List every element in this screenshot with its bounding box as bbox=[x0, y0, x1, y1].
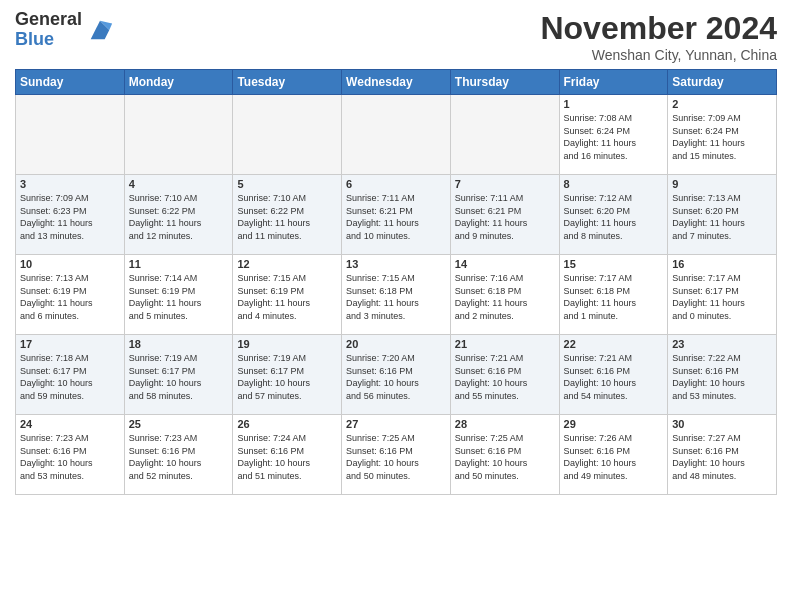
day-number: 29 bbox=[564, 418, 664, 430]
day-number: 9 bbox=[672, 178, 772, 190]
col-header-friday: Friday bbox=[559, 70, 668, 95]
day-cell: 8Sunrise: 7:12 AM Sunset: 6:20 PM Daylig… bbox=[559, 175, 668, 255]
day-cell: 27Sunrise: 7:25 AM Sunset: 6:16 PM Dayli… bbox=[342, 415, 451, 495]
day-cell: 22Sunrise: 7:21 AM Sunset: 6:16 PM Dayli… bbox=[559, 335, 668, 415]
day-cell: 25Sunrise: 7:23 AM Sunset: 6:16 PM Dayli… bbox=[124, 415, 233, 495]
col-header-sunday: Sunday bbox=[16, 70, 125, 95]
day-cell: 19Sunrise: 7:19 AM Sunset: 6:17 PM Dayli… bbox=[233, 335, 342, 415]
day-cell: 23Sunrise: 7:22 AM Sunset: 6:16 PM Dayli… bbox=[668, 335, 777, 415]
day-info: Sunrise: 7:16 AM Sunset: 6:18 PM Dayligh… bbox=[455, 272, 555, 322]
day-info: Sunrise: 7:13 AM Sunset: 6:19 PM Dayligh… bbox=[20, 272, 120, 322]
day-info: Sunrise: 7:18 AM Sunset: 6:17 PM Dayligh… bbox=[20, 352, 120, 402]
day-cell: 10Sunrise: 7:13 AM Sunset: 6:19 PM Dayli… bbox=[16, 255, 125, 335]
page-container: General Blue November 2024 Wenshan City,… bbox=[0, 0, 792, 505]
day-number: 3 bbox=[20, 178, 120, 190]
day-cell: 28Sunrise: 7:25 AM Sunset: 6:16 PM Dayli… bbox=[450, 415, 559, 495]
day-info: Sunrise: 7:23 AM Sunset: 6:16 PM Dayligh… bbox=[129, 432, 229, 482]
day-number: 27 bbox=[346, 418, 446, 430]
day-number: 13 bbox=[346, 258, 446, 270]
day-number: 5 bbox=[237, 178, 337, 190]
day-number: 8 bbox=[564, 178, 664, 190]
header: General Blue November 2024 Wenshan City,… bbox=[15, 10, 777, 63]
day-number: 10 bbox=[20, 258, 120, 270]
day-info: Sunrise: 7:21 AM Sunset: 6:16 PM Dayligh… bbox=[564, 352, 664, 402]
day-info: Sunrise: 7:25 AM Sunset: 6:16 PM Dayligh… bbox=[455, 432, 555, 482]
day-cell: 6Sunrise: 7:11 AM Sunset: 6:21 PM Daylig… bbox=[342, 175, 451, 255]
day-number: 21 bbox=[455, 338, 555, 350]
day-cell bbox=[342, 95, 451, 175]
day-cell bbox=[450, 95, 559, 175]
day-info: Sunrise: 7:08 AM Sunset: 6:24 PM Dayligh… bbox=[564, 112, 664, 162]
day-number: 12 bbox=[237, 258, 337, 270]
day-info: Sunrise: 7:11 AM Sunset: 6:21 PM Dayligh… bbox=[455, 192, 555, 242]
day-cell: 1Sunrise: 7:08 AM Sunset: 6:24 PM Daylig… bbox=[559, 95, 668, 175]
day-number: 28 bbox=[455, 418, 555, 430]
day-cell: 3Sunrise: 7:09 AM Sunset: 6:23 PM Daylig… bbox=[16, 175, 125, 255]
week-row-1: 1Sunrise: 7:08 AM Sunset: 6:24 PM Daylig… bbox=[16, 95, 777, 175]
day-number: 4 bbox=[129, 178, 229, 190]
day-info: Sunrise: 7:12 AM Sunset: 6:20 PM Dayligh… bbox=[564, 192, 664, 242]
day-number: 6 bbox=[346, 178, 446, 190]
day-info: Sunrise: 7:19 AM Sunset: 6:17 PM Dayligh… bbox=[129, 352, 229, 402]
day-info: Sunrise: 7:23 AM Sunset: 6:16 PM Dayligh… bbox=[20, 432, 120, 482]
col-header-thursday: Thursday bbox=[450, 70, 559, 95]
week-row-3: 10Sunrise: 7:13 AM Sunset: 6:19 PM Dayli… bbox=[16, 255, 777, 335]
day-cell: 18Sunrise: 7:19 AM Sunset: 6:17 PM Dayli… bbox=[124, 335, 233, 415]
day-cell: 16Sunrise: 7:17 AM Sunset: 6:17 PM Dayli… bbox=[668, 255, 777, 335]
day-info: Sunrise: 7:09 AM Sunset: 6:23 PM Dayligh… bbox=[20, 192, 120, 242]
day-number: 14 bbox=[455, 258, 555, 270]
day-cell bbox=[16, 95, 125, 175]
day-cell: 7Sunrise: 7:11 AM Sunset: 6:21 PM Daylig… bbox=[450, 175, 559, 255]
day-info: Sunrise: 7:20 AM Sunset: 6:16 PM Dayligh… bbox=[346, 352, 446, 402]
day-number: 23 bbox=[672, 338, 772, 350]
week-row-2: 3Sunrise: 7:09 AM Sunset: 6:23 PM Daylig… bbox=[16, 175, 777, 255]
day-info: Sunrise: 7:10 AM Sunset: 6:22 PM Dayligh… bbox=[237, 192, 337, 242]
month-title: November 2024 bbox=[540, 10, 777, 47]
day-info: Sunrise: 7:17 AM Sunset: 6:18 PM Dayligh… bbox=[564, 272, 664, 322]
day-number: 20 bbox=[346, 338, 446, 350]
day-number: 1 bbox=[564, 98, 664, 110]
day-info: Sunrise: 7:10 AM Sunset: 6:22 PM Dayligh… bbox=[129, 192, 229, 242]
day-info: Sunrise: 7:11 AM Sunset: 6:21 PM Dayligh… bbox=[346, 192, 446, 242]
logo-general: General bbox=[15, 9, 82, 29]
week-row-5: 24Sunrise: 7:23 AM Sunset: 6:16 PM Dayli… bbox=[16, 415, 777, 495]
title-block: November 2024 Wenshan City, Yunnan, Chin… bbox=[540, 10, 777, 63]
logo-icon bbox=[86, 16, 114, 44]
day-cell: 20Sunrise: 7:20 AM Sunset: 6:16 PM Dayli… bbox=[342, 335, 451, 415]
day-number: 22 bbox=[564, 338, 664, 350]
day-number: 25 bbox=[129, 418, 229, 430]
day-info: Sunrise: 7:21 AM Sunset: 6:16 PM Dayligh… bbox=[455, 352, 555, 402]
day-cell: 4Sunrise: 7:10 AM Sunset: 6:22 PM Daylig… bbox=[124, 175, 233, 255]
header-row: SundayMondayTuesdayWednesdayThursdayFrid… bbox=[16, 70, 777, 95]
logo-blue: Blue bbox=[15, 29, 54, 49]
day-number: 26 bbox=[237, 418, 337, 430]
day-cell: 5Sunrise: 7:10 AM Sunset: 6:22 PM Daylig… bbox=[233, 175, 342, 255]
logo: General Blue bbox=[15, 10, 114, 50]
day-cell: 2Sunrise: 7:09 AM Sunset: 6:24 PM Daylig… bbox=[668, 95, 777, 175]
day-cell: 29Sunrise: 7:26 AM Sunset: 6:16 PM Dayli… bbox=[559, 415, 668, 495]
day-info: Sunrise: 7:25 AM Sunset: 6:16 PM Dayligh… bbox=[346, 432, 446, 482]
day-number: 24 bbox=[20, 418, 120, 430]
day-number: 2 bbox=[672, 98, 772, 110]
day-cell: 11Sunrise: 7:14 AM Sunset: 6:19 PM Dayli… bbox=[124, 255, 233, 335]
day-cell: 21Sunrise: 7:21 AM Sunset: 6:16 PM Dayli… bbox=[450, 335, 559, 415]
day-number: 16 bbox=[672, 258, 772, 270]
day-number: 7 bbox=[455, 178, 555, 190]
col-header-monday: Monday bbox=[124, 70, 233, 95]
day-info: Sunrise: 7:15 AM Sunset: 6:18 PM Dayligh… bbox=[346, 272, 446, 322]
day-cell: 14Sunrise: 7:16 AM Sunset: 6:18 PM Dayli… bbox=[450, 255, 559, 335]
day-info: Sunrise: 7:15 AM Sunset: 6:19 PM Dayligh… bbox=[237, 272, 337, 322]
day-cell: 24Sunrise: 7:23 AM Sunset: 6:16 PM Dayli… bbox=[16, 415, 125, 495]
day-cell: 30Sunrise: 7:27 AM Sunset: 6:16 PM Dayli… bbox=[668, 415, 777, 495]
subtitle: Wenshan City, Yunnan, China bbox=[540, 47, 777, 63]
day-info: Sunrise: 7:24 AM Sunset: 6:16 PM Dayligh… bbox=[237, 432, 337, 482]
day-cell: 13Sunrise: 7:15 AM Sunset: 6:18 PM Dayli… bbox=[342, 255, 451, 335]
calendar-table: SundayMondayTuesdayWednesdayThursdayFrid… bbox=[15, 69, 777, 495]
day-cell: 26Sunrise: 7:24 AM Sunset: 6:16 PM Dayli… bbox=[233, 415, 342, 495]
col-header-tuesday: Tuesday bbox=[233, 70, 342, 95]
day-cell: 17Sunrise: 7:18 AM Sunset: 6:17 PM Dayli… bbox=[16, 335, 125, 415]
day-cell bbox=[233, 95, 342, 175]
logo-text: General Blue bbox=[15, 10, 114, 50]
week-row-4: 17Sunrise: 7:18 AM Sunset: 6:17 PM Dayli… bbox=[16, 335, 777, 415]
day-number: 11 bbox=[129, 258, 229, 270]
